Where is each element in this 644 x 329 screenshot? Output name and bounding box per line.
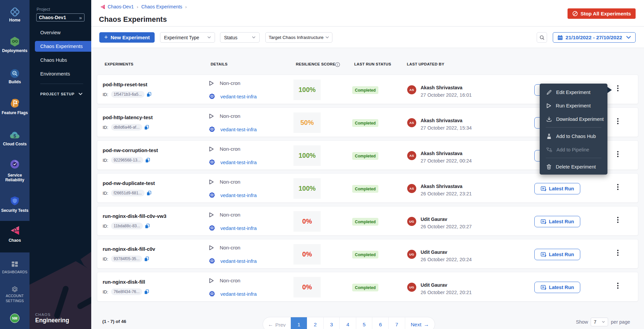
svg-text:$: $ <box>13 133 16 139</box>
